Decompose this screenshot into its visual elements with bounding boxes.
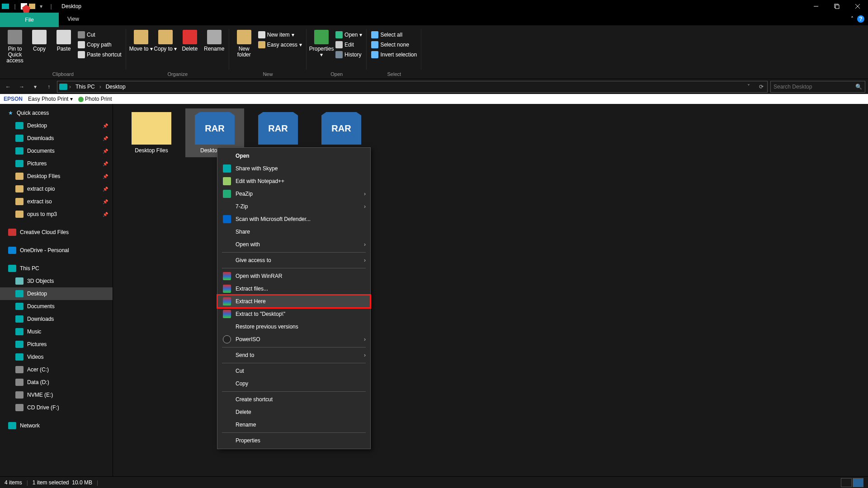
view-icons-button[interactable]	[853, 478, 863, 487]
context-menu-item[interactable]: PeaZip›	[217, 188, 370, 200]
properties-button[interactable]: Properties ▾	[309, 27, 334, 67]
tree-item[interactable]: Acer (C:)	[0, 363, 113, 376]
select-none-button[interactable]: Select none	[369, 40, 419, 50]
search-input[interactable]	[774, 84, 855, 90]
search-icon[interactable]: 🔍	[855, 84, 862, 90]
select-all-button[interactable]: Select all	[369, 30, 419, 40]
maximize-button[interactable]	[826, 0, 847, 13]
pin-quick-access-button[interactable]: Pin to Quick access	[3, 27, 27, 67]
file-item[interactable]: RAR	[249, 108, 307, 151]
context-menu-item[interactable]: Open	[217, 150, 370, 162]
epson-easy-print[interactable]: Easy Photo Print ▾	[28, 96, 73, 102]
tree-item[interactable]: NVME (E:)	[0, 389, 113, 401]
context-menu-item[interactable]: Edit with Notepad++	[217, 175, 370, 188]
context-menu-item[interactable]: Extract to "Desktop\"	[217, 308, 370, 320]
minimize-button[interactable]	[806, 0, 826, 13]
tree-item[interactable]: Music	[0, 325, 113, 338]
tree-item[interactable]: 3D Objects	[0, 275, 113, 287]
tree-item[interactable]: Videos	[0, 351, 113, 363]
context-menu-item[interactable]: Extract Here	[217, 295, 370, 308]
tree-item[interactable]: Desktop	[0, 287, 113, 300]
tree-item[interactable]: extract iso📌	[0, 195, 113, 208]
cut-button[interactable]: Cut	[76, 30, 123, 40]
close-button[interactable]	[847, 0, 868, 13]
history-button[interactable]: History	[334, 50, 364, 60]
path-dropdown-icon[interactable]: ˅	[744, 84, 754, 90]
delete-button[interactable]: Delete	[178, 27, 202, 67]
epson-photo-print[interactable]: Photo Print	[78, 96, 112, 102]
tree-quick-access[interactable]: ★Quick access	[0, 107, 113, 119]
easy-access-button[interactable]: Easy access▾	[256, 40, 304, 50]
crumb-desktop[interactable]: Desktop	[103, 83, 128, 91]
new-folder-button[interactable]: New folder	[232, 27, 256, 67]
forward-button[interactable]: →	[16, 81, 27, 92]
context-menu-item[interactable]: Scan with Microsoft Defender...	[217, 213, 370, 225]
rename-button[interactable]: Rename	[202, 27, 226, 67]
ribbon-collapse-icon[interactable]: ˄	[851, 16, 854, 22]
context-menu-item[interactable]: Restore previous versions	[217, 320, 370, 333]
search-box[interactable]: 🔍	[770, 81, 865, 93]
tree-item[interactable]: opus to mp3📌	[0, 208, 113, 221]
paste-shortcut-button[interactable]: Paste shortcut	[76, 50, 123, 60]
edit-button[interactable]: Edit	[334, 40, 364, 50]
context-menu-item[interactable]: Copy	[217, 377, 370, 390]
qat-properties-icon[interactable]	[21, 3, 27, 9]
help-icon[interactable]: ?	[857, 15, 864, 23]
context-menu-item[interactable]: Extract files...	[217, 282, 370, 295]
paste-button[interactable]: Paste	[52, 27, 76, 67]
context-menu-item[interactable]: Properties	[217, 434, 370, 447]
copy-button[interactable]: Copy	[27, 27, 52, 67]
context-menu-item[interactable]: Delete	[217, 406, 370, 418]
tree-this-pc[interactable]: This PC	[0, 262, 113, 275]
blank-icon	[223, 240, 231, 249]
context-menu-item[interactable]: Give access to›	[217, 254, 370, 267]
title-bar: | ▾ | Desktop	[0, 0, 868, 13]
tree-item[interactable]: Pictures	[0, 338, 113, 351]
context-menu-item[interactable]: Send to›	[217, 349, 370, 361]
view-details-button[interactable]	[841, 478, 852, 487]
move-to-button[interactable]: Move to ▾	[129, 27, 153, 67]
status-bar: 4 items | 1 item selected 10.0 MB |	[0, 476, 868, 488]
path-box[interactable]: › This PC › Desktop ˅ ⟳	[57, 81, 768, 93]
blank-icon	[223, 152, 231, 160]
context-menu-item[interactable]: Rename	[217, 418, 370, 431]
file-item[interactable]: RAR	[312, 108, 371, 151]
context-menu-item[interactable]: Share	[217, 225, 370, 238]
tree-item[interactable]: Data (D:)	[0, 376, 113, 389]
tree-item[interactable]: Downloads📌	[0, 132, 113, 145]
context-menu-item[interactable]: Share with Skype	[217, 162, 370, 175]
tree-item[interactable]: Downloads	[0, 313, 113, 325]
tree-item[interactable]: Desktop📌	[0, 119, 113, 132]
invert-selection-button[interactable]: Invert selection	[369, 50, 419, 60]
copy-to-button[interactable]: Copy to ▾	[153, 27, 178, 67]
recent-dropdown[interactable]: ▾	[30, 81, 41, 92]
context-menu-item[interactable]: Open with WinRAR	[217, 270, 370, 282]
new-item-button[interactable]: New item▾	[256, 30, 304, 40]
tree-item[interactable]: extract cpio📌	[0, 183, 113, 195]
up-button[interactable]: ↑	[43, 81, 54, 92]
tree-network[interactable]: Network	[0, 419, 113, 432]
tree-item[interactable]: Documents📌	[0, 145, 113, 157]
tab-view[interactable]: View	[60, 13, 87, 25]
group-new: New folder New item▾ Easy access▾ New	[229, 25, 307, 79]
crumb-this-pc[interactable]: This PC	[73, 83, 98, 91]
tree-item[interactable]: Documents	[0, 300, 113, 313]
copy-path-button[interactable]: Copy path	[76, 40, 123, 50]
context-menu-item[interactable]: PowerISO›	[217, 333, 370, 346]
tree-creative-cloud[interactable]: Creative Cloud Files	[0, 226, 113, 239]
tree-item[interactable]: Pictures📌	[0, 157, 113, 170]
tree-item[interactable]: CD Drive (F:)	[0, 401, 113, 414]
file-item[interactable]: Desktop FIles	[122, 108, 181, 157]
context-menu-item[interactable]: Create shortcut	[217, 393, 370, 406]
context-menu-item[interactable]: 7-Zip›	[217, 200, 370, 213]
refresh-button[interactable]: ⟳	[755, 84, 767, 90]
nav-tree[interactable]: ★Quick access Desktop📌Downloads📌Document…	[0, 104, 113, 476]
tree-onedrive[interactable]: OneDrive - Personal	[0, 244, 113, 257]
tree-item[interactable]: Desktop FIles📌	[0, 170, 113, 183]
context-menu-item[interactable]: Cut	[217, 365, 370, 377]
open-button[interactable]: Open▾	[334, 30, 364, 40]
qat-dropdown-icon[interactable]: ▾	[37, 2, 45, 10]
back-button[interactable]: ←	[3, 81, 14, 92]
context-menu: OpenShare with SkypeEdit with Notepad++P…	[217, 147, 371, 449]
context-menu-item[interactable]: Open with›	[217, 238, 370, 251]
